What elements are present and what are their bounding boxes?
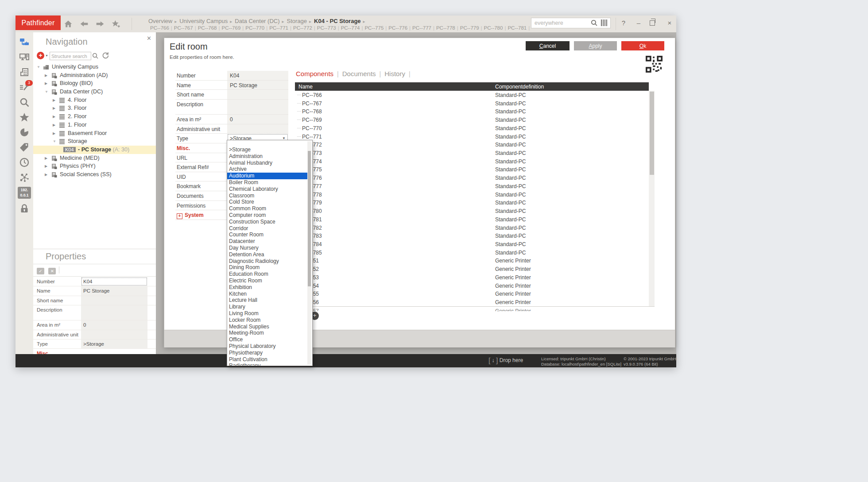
dropdown-option[interactable]: Animal Husbandry — [227, 160, 308, 166]
entity-tab[interactable]: PC--767 — [174, 25, 193, 31]
table-row[interactable]: PR--52Generic Printer — [295, 265, 649, 273]
ok-button[interactable]: Ok — [621, 41, 664, 50]
search-input[interactable] — [534, 19, 589, 27]
dropdown-option[interactable]: Library — [227, 304, 308, 310]
admin-tools-icon[interactable]: 3 — [19, 82, 30, 93]
dropdown-option[interactable]: Boiler Room — [227, 179, 308, 186]
table-row[interactable]: PC--777Standard-PC — [295, 182, 649, 190]
add-node-button[interactable]: + — [37, 52, 44, 59]
dropdown-option[interactable]: Datacenter — [227, 238, 308, 245]
dropdown-option[interactable]: Radiotherapy — [227, 362, 308, 366]
tree-item[interactable]: ▶Medicine (MED) — [33, 154, 156, 162]
tree-expander-icon[interactable]: ▶ — [53, 98, 55, 102]
tree-item[interactable]: ▶3. Floor — [33, 104, 156, 112]
tree-item[interactable]: ▶Social Sciences (SS) — [33, 170, 156, 179]
dropdown-option[interactable]: Corridor — [227, 225, 308, 232]
dropdown-option[interactable]: Electric Room — [227, 278, 308, 284]
dropdown-scrollbar[interactable] — [307, 141, 311, 365]
dropdown-option[interactable]: Locker Room — [227, 317, 308, 324]
topology-icon[interactable] — [19, 172, 30, 183]
reports-icon[interactable] — [19, 127, 30, 138]
dropdown-option[interactable]: Day Nursery — [227, 245, 308, 251]
table-row[interactable]: PC--774Standard-PC — [295, 157, 649, 166]
field-value[interactable] — [81, 296, 147, 305]
tab-documents[interactable]: Documents — [342, 70, 376, 77]
breadcrumb-item[interactable]: University Campus — [179, 18, 228, 24]
table-row[interactable]: PR--56Generic Printer — [295, 298, 649, 306]
dropdown-option[interactable]: Archive — [227, 166, 308, 173]
tree-expander-icon[interactable]: ▶ — [45, 81, 47, 85]
minimize-button[interactable]: – — [633, 19, 644, 27]
dropdown-option[interactable]: Construction Space — [227, 219, 308, 225]
dropdown-option[interactable]: Detention Area — [227, 251, 308, 258]
dropdown-option[interactable]: Exhibition — [227, 284, 308, 291]
table-scrollbar-thumb[interactable] — [650, 92, 654, 175]
table-row[interactable]: PR--57Generic Printer — [295, 307, 649, 311]
barcode-icon[interactable] — [601, 19, 608, 26]
dropdown-option[interactable]: Office — [227, 336, 308, 343]
tags-icon[interactable] — [19, 142, 30, 153]
dropdown-option[interactable]: Meeting-Room — [227, 330, 308, 336]
structure-search-input[interactable] — [50, 52, 91, 60]
home-icon[interactable] — [63, 19, 73, 28]
entity-tab[interactable]: PC--774 — [341, 25, 360, 31]
table-scrollbar[interactable] — [649, 91, 655, 306]
table-row[interactable]: PC--766Standard-PC — [295, 91, 649, 99]
back-icon[interactable] — [79, 19, 89, 28]
entity-tab[interactable]: PC--780 — [484, 25, 503, 31]
dropdown-scrollbar-thumb[interactable] — [308, 151, 311, 286]
dropdown-option[interactable]: Living Room — [227, 310, 308, 317]
dropdown-option[interactable]: Medical Supplies — [227, 324, 308, 330]
restore-button[interactable] — [650, 20, 655, 26]
breadcrumb-item[interactable]: K04 - PC Storage — [314, 18, 360, 24]
field-value[interactable]: 0 — [227, 115, 288, 124]
add-node-caret-icon[interactable]: ▼ — [45, 54, 48, 57]
app-logo[interactable]: Pathfinder — [16, 15, 61, 30]
dropdown-option[interactable]: Lecture Hall — [227, 297, 308, 304]
tree-expander-icon[interactable]: ▶ — [53, 106, 55, 110]
navigation-close-icon[interactable]: ✕ — [147, 35, 151, 42]
table-row[interactable]: PC--785Standard-PC — [295, 248, 649, 257]
dropdown-option[interactable]: Chemical Laboratory — [227, 186, 308, 193]
breadcrumb-item[interactable]: Overview — [148, 18, 172, 24]
field-value[interactable] — [81, 305, 147, 320]
help-button[interactable]: ? — [618, 19, 629, 27]
apply-button[interactable]: Apply — [574, 41, 617, 50]
tree-item[interactable]: ▼University Campus — [33, 63, 156, 71]
dropdown-option[interactable]: >Storage — [227, 147, 308, 153]
tree-expander-icon[interactable]: ▶ — [45, 73, 47, 77]
table-row[interactable]: PC--769Standard-PC — [295, 116, 649, 124]
table-row[interactable]: PC--772Standard-PC — [295, 140, 649, 149]
tree-expander-icon[interactable]: ▼ — [45, 90, 48, 94]
entity-tab[interactable]: PC--781 — [508, 25, 527, 31]
expand-section-icon[interactable]: + — [177, 213, 182, 219]
tree-item[interactable]: ▶Basement Floor — [33, 129, 156, 138]
entity-tab[interactable]: PC--770 — [245, 25, 264, 31]
field-value[interactable] — [227, 100, 288, 114]
tree-item[interactable]: ▶Administration (AD) — [33, 71, 156, 80]
dropdown-option[interactable]: Education Room — [227, 271, 308, 278]
tree-item[interactable]: ▶Physics (PHY) — [33, 162, 156, 170]
dropdown-option[interactable]: Computer room — [227, 212, 308, 219]
table-row[interactable]: PR--51Generic Printer — [295, 256, 649, 265]
drop-target[interactable]: [↓] Drop here — [488, 357, 523, 365]
tree-item[interactable]: ▼Storage — [33, 137, 156, 146]
table-row[interactable]: PC--781Standard-PC — [295, 215, 649, 224]
dropdown-option[interactable]: Classroom — [227, 193, 308, 199]
apply-check-icon[interactable]: ✓ — [37, 268, 44, 274]
field-value[interactable]: K04 — [227, 71, 288, 80]
tree-item[interactable]: ▶1. Floor — [33, 121, 156, 129]
structure-icon[interactable] — [19, 37, 30, 47]
field-value[interactable]: >Storage — [81, 339, 147, 348]
entity-tab[interactable]: PC--766 — [150, 25, 169, 31]
entity-tab[interactable]: PC--779 — [460, 25, 479, 31]
table-row[interactable]: PC--776Standard-PC — [295, 174, 649, 182]
entity-tab[interactable]: PC--776 — [388, 25, 407, 31]
ip-address-badge[interactable]: 192.0.0.1 — [18, 187, 31, 199]
search-icon[interactable] — [19, 97, 30, 108]
entity-tab[interactable]: PC--769 — [221, 25, 240, 31]
search-icon[interactable] — [590, 19, 598, 27]
table-row[interactable]: PR--55Generic Printer — [295, 289, 649, 298]
dropdown-option[interactable]: Physical Laboratory — [227, 343, 308, 350]
dropdown-option[interactable]: Administration — [227, 153, 308, 160]
